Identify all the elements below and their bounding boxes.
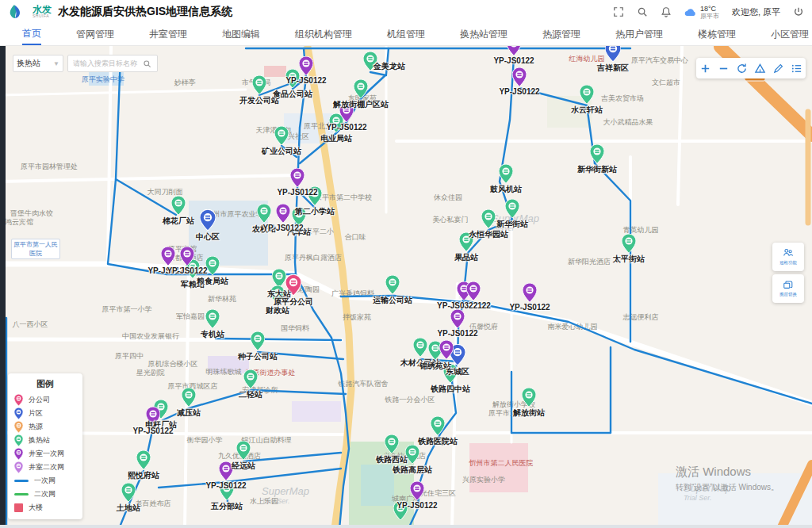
category-select[interactable]: 换热站 ▼ bbox=[13, 55, 63, 72]
map-pin-well1[interactable] bbox=[466, 281, 481, 304]
fullscreen-icon[interactable] bbox=[613, 6, 624, 17]
tab-11[interactable]: 小区管理 bbox=[771, 24, 809, 45]
side-button-1[interactable]: 巡检功能 bbox=[772, 243, 804, 271]
map-pin-station[interactable] bbox=[431, 416, 445, 438]
map-pin-label: 永恒华园站 bbox=[469, 229, 508, 240]
map-pin-well1[interactable] bbox=[180, 247, 194, 269]
tab-5[interactable]: 组织机构管理 bbox=[295, 24, 352, 45]
logout-icon[interactable] bbox=[793, 6, 804, 17]
legend-item: 井室二次网 bbox=[14, 461, 76, 474]
map-pin-station[interactable] bbox=[205, 256, 220, 278]
zoom-out-button[interactable] bbox=[718, 62, 730, 75]
page-title: 水发能源盾安供热GIS地理信息系统 bbox=[58, 5, 232, 19]
map-pin-label: 吉祥新区 bbox=[597, 63, 629, 74]
map-pin-label: 新华街新站 bbox=[577, 164, 617, 175]
map-pin-label: 五分部站 bbox=[211, 501, 243, 512]
search-input[interactable] bbox=[71, 59, 143, 68]
tab-3[interactable]: 井室管理 bbox=[149, 24, 187, 45]
map-pin-well1[interactable] bbox=[450, 309, 465, 331]
map-pin-station[interactable] bbox=[590, 144, 604, 166]
map-pin-label: YP-JS0122 bbox=[396, 501, 437, 510]
pipe-primary[interactable] bbox=[116, 179, 176, 215]
map-pin-station[interactable] bbox=[274, 126, 289, 148]
map-pin-station[interactable] bbox=[499, 164, 513, 186]
map-pin-label: 原平分公司 bbox=[274, 297, 313, 308]
map-pin-station[interactable] bbox=[522, 388, 536, 410]
pipe-primary[interactable] bbox=[296, 274, 349, 528]
map-pin-station[interactable] bbox=[413, 338, 427, 360]
pipe-primary[interactable] bbox=[216, 339, 341, 340]
map-pin-station[interactable] bbox=[182, 388, 196, 410]
map-pin-well1[interactable] bbox=[299, 56, 313, 78]
map-pin-label: 新华街站 bbox=[496, 219, 528, 230]
tab-1[interactable]: 首页 bbox=[22, 24, 41, 45]
map-pin-label: 土地站 bbox=[117, 503, 140, 514]
pipe-primary[interactable] bbox=[252, 390, 346, 394]
map-pin-well1[interactable] bbox=[161, 247, 175, 269]
measure-button[interactable] bbox=[754, 62, 767, 75]
legend-item: 分公司 bbox=[14, 393, 76, 407]
map-pin-station[interactable] bbox=[580, 85, 594, 107]
map-pin-station[interactable] bbox=[171, 196, 186, 218]
left-collapsed-panel[interactable] bbox=[0, 46, 6, 528]
nav-tabs: 首页管网管理井室管理地图编辑组织机构管理机组管理换热站管理热源管理热用户管理楼栋… bbox=[0, 24, 812, 46]
map-pin-label: YP-JS0122 bbox=[277, 188, 317, 197]
map-pin-station[interactable] bbox=[354, 79, 368, 101]
map-pin-well1[interactable] bbox=[439, 340, 454, 362]
chevron-down-icon: ▼ bbox=[53, 60, 59, 67]
map-pin-label: 种子公司站 bbox=[238, 351, 278, 362]
map-pin-station[interactable] bbox=[243, 369, 258, 392]
map-pin-station[interactable] bbox=[257, 204, 271, 226]
tab-9[interactable]: 热用户管理 bbox=[615, 24, 663, 45]
tab-8[interactable]: 热源管理 bbox=[542, 24, 580, 45]
map-pin-label: 粮食局站 bbox=[197, 276, 228, 287]
tab-2[interactable]: 管网管理 bbox=[76, 24, 114, 45]
map-pin-station[interactable] bbox=[236, 441, 251, 463]
map-canvas[interactable]: G108 原平实验中学妙样亭市气象局东明家苑原平北大医院天津灌汤包永兴社区原平市… bbox=[0, 46, 812, 528]
list-button[interactable] bbox=[791, 62, 803, 75]
map-pin-station[interactable] bbox=[136, 450, 151, 473]
map-pin-station[interactable] bbox=[481, 209, 496, 231]
map-pin-label: 铁路医院站 bbox=[418, 436, 458, 447]
legend-item: 片区 bbox=[14, 407, 76, 420]
map-pin-well1[interactable] bbox=[512, 67, 527, 90]
search-icon[interactable] bbox=[143, 59, 151, 68]
map-pin-station[interactable] bbox=[121, 483, 136, 505]
map-pin-station[interactable] bbox=[505, 199, 519, 221]
map-pin-district[interactable] bbox=[200, 209, 216, 234]
tab-4[interactable]: 地图编辑 bbox=[222, 24, 260, 45]
map-pin-station[interactable] bbox=[385, 434, 399, 457]
map-pin-station[interactable] bbox=[622, 234, 636, 256]
draw-button[interactable] bbox=[772, 62, 785, 75]
map-pin-label: 铁路四中站 bbox=[431, 384, 470, 395]
category-value: 换热站 bbox=[17, 58, 40, 69]
horizontal-scrollbar[interactable] bbox=[0, 525, 812, 528]
map-pin-station[interactable] bbox=[385, 275, 400, 297]
zoom-in-button[interactable] bbox=[699, 62, 712, 75]
map-pin-label: 专机站 bbox=[201, 329, 224, 340]
pipe-primary[interactable] bbox=[463, 300, 812, 404]
tab-10[interactable]: 楼栋管理 bbox=[698, 24, 736, 45]
pipe-primary[interactable] bbox=[243, 453, 341, 461]
search-icon[interactable] bbox=[637, 6, 648, 17]
map-pin-well1[interactable] bbox=[290, 168, 304, 190]
weather-cloud-icon bbox=[684, 7, 697, 17]
map-pin-station[interactable] bbox=[252, 75, 266, 98]
map-pin-label: 铁路高层站 bbox=[393, 465, 432, 476]
map-pin-label: 水云轩站 bbox=[571, 105, 603, 116]
map-pin-label: YP-JS0122 bbox=[326, 123, 366, 132]
bell-icon[interactable] bbox=[661, 6, 672, 17]
map-pin-station[interactable] bbox=[205, 309, 220, 331]
map-pin-well1[interactable] bbox=[523, 283, 537, 305]
map-pin-station[interactable] bbox=[251, 331, 265, 354]
map-pin-well1[interactable] bbox=[276, 204, 290, 226]
side-button-2[interactable]: 图层切换 bbox=[772, 274, 804, 303]
map-pin-well1[interactable] bbox=[410, 481, 424, 503]
reset-button[interactable] bbox=[736, 62, 749, 75]
tab-6[interactable]: 机组管理 bbox=[387, 24, 425, 45]
map-pin-label: YP-JS0122 bbox=[167, 266, 207, 275]
map-pin-label: 第二小学站 bbox=[295, 206, 335, 217]
tab-7[interactable]: 换热站管理 bbox=[460, 24, 508, 45]
map-pin-label: 果品站 bbox=[454, 252, 478, 263]
map-pin-label: 中心区 bbox=[196, 231, 220, 243]
